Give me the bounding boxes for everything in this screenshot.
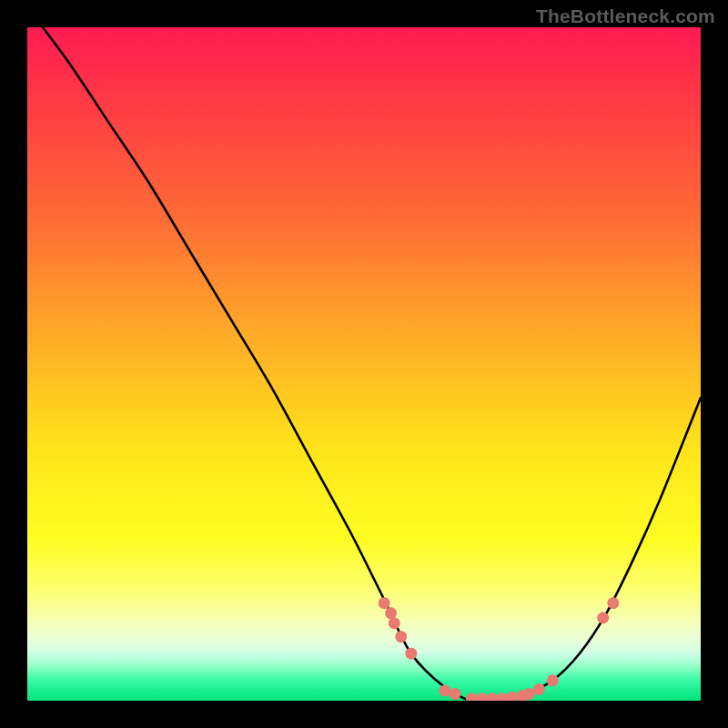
data-marker (547, 674, 559, 686)
data-marker (439, 684, 450, 696)
plot-area (27, 27, 701, 701)
data-marker (476, 693, 488, 701)
chart-container: TheBottleneck.com (0, 0, 728, 728)
data-marker (597, 612, 609, 623)
data-marker (523, 688, 535, 700)
data-marker (385, 607, 397, 619)
data-marker (506, 692, 518, 701)
data-marker (533, 683, 545, 695)
data-marker (607, 597, 619, 609)
data-marker (379, 597, 390, 609)
chart-svg (27, 27, 701, 701)
attribution-label: TheBottleneck.com (536, 5, 715, 27)
data-marker (486, 693, 498, 701)
data-marker (405, 648, 417, 660)
data-marker (466, 693, 478, 701)
bottleneck-curve (27, 27, 701, 701)
data-marker (496, 693, 508, 701)
data-marker (395, 631, 407, 642)
data-marker (449, 688, 460, 700)
data-marker (389, 617, 400, 629)
